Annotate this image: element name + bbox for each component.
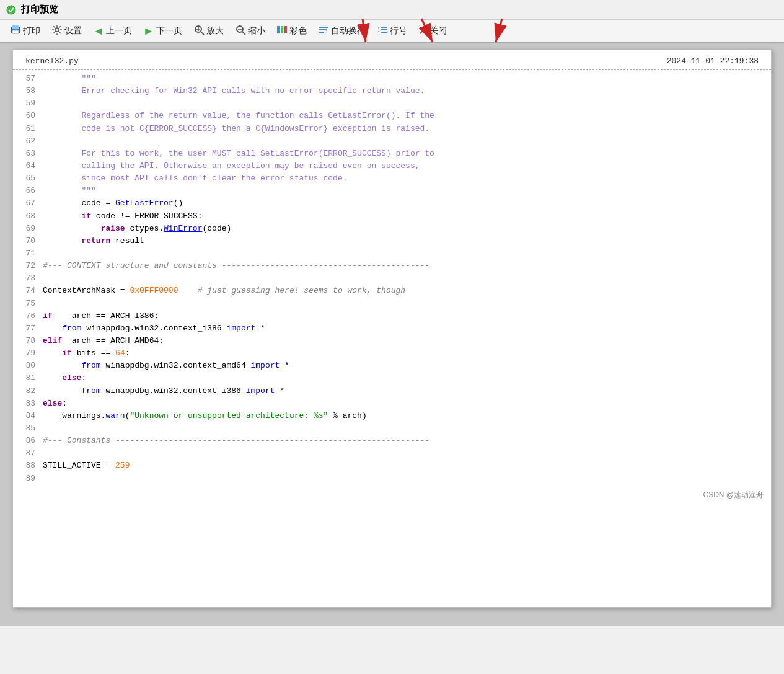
page-filename: kernel32.py (25, 56, 79, 66)
code-line-89: 89 (13, 472, 771, 485)
prev-page-button[interactable]: ◄ 上一页 (88, 23, 137, 40)
svg-rect-2 (12, 25, 19, 29)
code-line-88: 88 STILL_ACTIVE = 259 (13, 459, 771, 472)
svg-rect-3 (12, 30, 19, 33)
code-line-81: 81 else: (13, 372, 771, 384)
code-line-71: 71 (13, 247, 771, 260)
wrap-label: 自动换行 (331, 25, 366, 37)
toolbar: 打印 设置 ◄ 上一页 ► 下一页 放大 缩小 彩色 (0, 20, 784, 43)
code-line-60: 60 Regardless of the return value, the f… (13, 110, 771, 122)
close-button[interactable]: ✕ 关闭 (413, 22, 452, 40)
code-line-68: 68 if code != ERROR_SUCCESS: (13, 210, 771, 223)
code-line-70: 70 return result (13, 235, 771, 247)
settings-icon (51, 24, 63, 38)
code-line-59: 59 (13, 97, 771, 110)
wrap-button[interactable]: 自动换行 (313, 22, 371, 40)
code-line-75: 75 (13, 298, 771, 310)
code-line-86: 86 #--- Constants ----------------------… (13, 435, 771, 447)
code-line-74: 74 ContextArchMask = 0x0FFF0000 # just g… (13, 285, 771, 297)
color-icon (276, 24, 288, 38)
code-line-78: 78 elif arch == ARCH_AMD64: (13, 335, 771, 347)
svg-rect-14 (284, 26, 287, 33)
preview-page: kernel32.py 2024-11-01 22:19:38 57 """ 5… (12, 50, 772, 608)
lineno-label: 行号 (390, 25, 407, 37)
code-line-80: 80 from winappdbg.win32.context_amd64 im… (13, 360, 771, 372)
code-line-76: 76 if arch == ARCH_I386: (13, 310, 771, 322)
next-page-button[interactable]: ► 下一页 (138, 23, 187, 40)
color-label: 彩色 (289, 25, 307, 37)
zoom-out-icon (235, 24, 246, 38)
wrap-icon (318, 24, 329, 38)
code-line-85: 85 (13, 422, 771, 435)
next-label: 下一页 (156, 25, 182, 37)
code-line-66: 66 """ (13, 185, 771, 197)
svg-rect-12 (277, 26, 280, 33)
prev-label: 上一页 (106, 25, 132, 37)
code-line-77: 77 from winappdbg.win32.context_i386 imp… (13, 322, 771, 335)
next-icon: ► (143, 25, 154, 38)
code-line-62: 62 (13, 135, 771, 148)
svg-point-0 (7, 6, 15, 14)
code-line-64: 64 calling the API. Otherwise an excepti… (13, 160, 771, 172)
watermark: CSDN @莲动渔舟 (13, 487, 771, 503)
code-line-67: 67 code = GetLastError() (13, 197, 771, 210)
code-line-84: 84 warnings.warn("Unknown or unsupported… (13, 410, 771, 422)
page-header: kernel32.py 2024-11-01 22:19:38 (13, 50, 771, 70)
settings-label: 设置 (64, 25, 82, 37)
code-line-63: 63 For this to work, the user MUST call … (13, 148, 771, 160)
code-line-72: 72 #--- CONTEXT structure and constants … (13, 260, 771, 272)
code-line-87: 87 (13, 447, 771, 459)
code-line-65: 65 since most API calls don't clear the … (13, 172, 771, 185)
zoom-out-label: 缩小 (248, 25, 265, 37)
svg-text:2: 2 (377, 29, 380, 33)
close-icon: ✕ (418, 24, 428, 38)
lineno-button[interactable]: 12 行号 (372, 22, 412, 40)
print-icon (10, 24, 21, 38)
print-button[interactable]: 打印 (5, 22, 45, 40)
zoom-in-button[interactable]: 放大 (188, 22, 229, 40)
page-datetime: 2024-11-01 22:19:38 (667, 56, 759, 66)
lineno-icon: 12 (377, 24, 388, 38)
watermark-text: CSDN @莲动渔舟 (703, 490, 764, 499)
code-line-73: 73 (13, 272, 771, 285)
code-line-69: 69 raise ctypes.WinError(code) (13, 223, 771, 235)
zoom-in-label: 放大 (206, 25, 224, 37)
print-label: 打印 (23, 25, 40, 37)
code-area: 57 """ 58 Error checking for Win32 API c… (13, 70, 771, 487)
code-line-58: 58 Error checking for Win32 API calls wi… (13, 85, 771, 97)
prev-icon: ◄ (93, 25, 104, 38)
close-label: 关闭 (429, 25, 447, 37)
svg-rect-13 (281, 26, 283, 33)
print-preview-area: kernel32.py 2024-11-01 22:19:38 57 """ 5… (0, 43, 784, 626)
title-icon (6, 5, 16, 15)
title-bar: 打印预览 (0, 0, 784, 20)
zoom-in-icon (193, 24, 205, 38)
zoom-out-button[interactable]: 缩小 (230, 22, 270, 40)
svg-line-6 (201, 32, 204, 35)
settings-button[interactable]: 设置 (46, 22, 87, 40)
svg-point-4 (55, 28, 59, 32)
code-line-79: 79 if bits == 64: (13, 347, 771, 360)
code-line-57: 57 """ (13, 73, 771, 85)
print-preview-icon (6, 5, 16, 15)
code-line-83: 83 else: (13, 397, 771, 410)
window-title: 打印预览 (21, 4, 58, 16)
color-button[interactable]: 彩色 (271, 22, 312, 40)
code-line-82: 82 from winappdbg.win32.context_i386 imp… (13, 385, 771, 397)
code-line-61: 61 code is not C{ERROR_SUCCESS} then a C… (13, 123, 771, 135)
svg-line-10 (242, 32, 245, 35)
